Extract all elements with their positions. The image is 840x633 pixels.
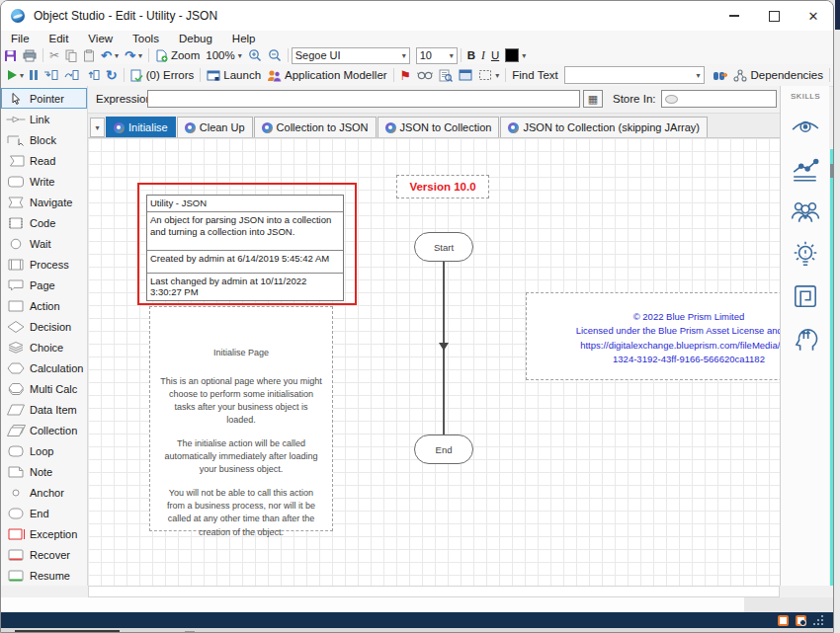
zoom-level-dropdown[interactable]: 100% ▾: [203, 46, 244, 64]
canvas-vertical-scrollbar[interactable]: [830, 149, 833, 586]
menu-help[interactable]: Help: [222, 33, 266, 44]
license-note[interactable]: © 2022 Blue Prism Limited Licensed under…: [526, 292, 780, 380]
vertical-scrollbar-thumb[interactable]: [830, 164, 833, 178]
toolbox-item-anchor[interactable]: Anchor: [1, 482, 87, 503]
title-bar[interactable]: Object Studio - Edit - Utility - JSON ✕: [1, 1, 833, 31]
expression-input[interactable]: [147, 90, 580, 108]
breakpoint-button[interactable]: ⚑: [397, 64, 415, 86]
tab-json-to-collection-skipping-jarray[interactable]: JSON to Collection (skipping JArray): [500, 117, 708, 137]
toolbox-item-wait[interactable]: Wait: [1, 233, 87, 254]
tab-list-dropdown[interactable]: ▾: [90, 118, 105, 137]
toolbox-item-collection[interactable]: Collection: [1, 420, 87, 440]
menu-edit[interactable]: Edit: [40, 33, 79, 44]
toolbox-item-end[interactable]: End: [1, 503, 87, 523]
toolbox-item-navigate[interactable]: Navigate: [1, 192, 87, 212]
redo-button[interactable]: ↷▾: [122, 46, 145, 64]
application-modeller-button[interactable]: Application Modeller: [264, 64, 390, 86]
step-out-button[interactable]: [82, 64, 103, 86]
toolbox-item-decision[interactable]: Decision: [1, 316, 87, 337]
pause-button[interactable]: [27, 64, 41, 86]
cut-button[interactable]: ✂: [46, 46, 62, 64]
toolbox-item-multi-calc[interactable]: Multi Calc: [1, 378, 87, 399]
object-info-box[interactable]: Utility - JSON An object for parsing JSO…: [146, 195, 344, 301]
toolbox-item-data-item[interactable]: Data Item: [1, 399, 87, 420]
tray-document-search-icon[interactable]: [796, 615, 806, 626]
close-button[interactable]: ✕: [794, 1, 833, 31]
learning-skill-icon[interactable]: [791, 281, 820, 311]
toolbox-item-calculation[interactable]: Calculation: [1, 357, 87, 378]
expression-builder-button[interactable]: ▦: [583, 90, 603, 108]
window-title: Object Studio - Edit - Utility - JSON: [34, 9, 217, 23]
copy-button[interactable]: [62, 46, 80, 64]
toolbox-item-code[interactable]: Code: [1, 212, 87, 233]
toolbox-item-block[interactable]: Block: [1, 129, 87, 150]
step-in-button[interactable]: [41, 64, 61, 86]
toolbox-item-process[interactable]: Process: [1, 254, 87, 275]
search-page-button[interactable]: [436, 64, 456, 86]
version-note[interactable]: Version 10.0: [396, 175, 489, 198]
tab-collection-to-json[interactable]: Collection to JSON: [254, 117, 377, 137]
font-size-dropdown[interactable]: 10 ▾: [416, 47, 458, 64]
watch-button[interactable]: [414, 64, 436, 86]
collaboration-skill-icon[interactable]: [791, 197, 820, 226]
italic-button[interactable]: I: [478, 46, 488, 64]
toolbox-item-exception[interactable]: Exception: [1, 523, 87, 544]
menu-debug[interactable]: Debug: [169, 33, 222, 44]
tab-json-to-collection[interactable]: JSON to Collection: [378, 117, 500, 137]
toolbox-item-resume[interactable]: Resume: [1, 565, 87, 586]
flow-canvas[interactable]: Utility - JSON An object for parsing JSO…: [88, 137, 780, 586]
knowledge-insight-skill-icon[interactable]: [791, 323, 820, 353]
paste-button[interactable]: [80, 46, 98, 64]
canvas-horizontal-scrollbar[interactable]: [88, 586, 780, 597]
errors-button[interactable]: (0) Errors: [127, 64, 198, 86]
start-node[interactable]: Start: [414, 232, 473, 262]
bottom-strip: [1, 628, 833, 633]
initialise-page-note[interactable]: Initialise Page This is an optional page…: [149, 306, 333, 531]
run-button[interactable]: ▾: [1, 64, 27, 86]
launch-button[interactable]: Launch: [204, 64, 264, 86]
toolbox-item-loop[interactable]: Loop: [1, 440, 87, 461]
toolbox-item-note[interactable]: Note: [1, 461, 87, 482]
tab-clean-up[interactable]: Clean Up: [177, 117, 253, 137]
frame-view-button[interactable]: [456, 64, 475, 86]
license-line: 1324-3192-43ff-9166-566620ca1182: [527, 353, 780, 366]
menu-tools[interactable]: Tools: [123, 33, 169, 44]
menu-file[interactable]: File: [1, 33, 40, 44]
toolbox-item-choice[interactable]: Choice: [1, 337, 87, 357]
store-in-input[interactable]: [661, 90, 777, 108]
tab-initialise[interactable]: Initialise: [106, 117, 176, 137]
bold-button[interactable]: B: [464, 46, 478, 64]
zoom-in-button[interactable]: [245, 46, 265, 64]
print-button[interactable]: [20, 46, 40, 64]
dependencies-button[interactable]: Dependencies: [730, 64, 826, 86]
tray-document-icon[interactable]: [778, 615, 789, 626]
end-node[interactable]: End: [414, 435, 473, 464]
selection-mode-button[interactable]: ▾: [475, 64, 502, 86]
maximize-button[interactable]: [754, 1, 794, 31]
reset-icon: ↻: [106, 68, 118, 82]
visual-perception-skill-icon[interactable]: [791, 114, 820, 143]
reset-button[interactable]: ↻: [103, 64, 121, 86]
toolbox-item-recover[interactable]: Recover: [1, 544, 87, 565]
font-color-button[interactable]: ▾: [502, 46, 529, 64]
toolbox-item-pointer[interactable]: Pointer: [1, 88, 87, 109]
minimize-button[interactable]: [714, 1, 754, 31]
underline-button[interactable]: U: [488, 46, 502, 64]
step-over-button[interactable]: [61, 64, 82, 86]
toolbox-item-write[interactable]: Write: [1, 171, 87, 192]
resize-grip-icon[interactable]: [813, 615, 823, 625]
find-text-input[interactable]: ▾: [564, 66, 706, 84]
save-button[interactable]: [1, 46, 20, 64]
toolbox-item-read[interactable]: Read: [1, 150, 87, 171]
menu-view[interactable]: View: [78, 33, 123, 44]
problem-solving-skill-icon[interactable]: [791, 239, 820, 269]
toolbox-item-action[interactable]: Action: [1, 295, 87, 316]
undo-button[interactable]: ↶▾: [98, 46, 122, 64]
font-family-dropdown[interactable]: Segoe UI ▾: [292, 47, 410, 64]
find-next-button[interactable]: [710, 64, 730, 86]
planning-sequencing-skill-icon[interactable]: [791, 155, 820, 185]
zoom-out-button[interactable]: [265, 46, 285, 64]
toolbox-item-page[interactable]: Page: [1, 275, 87, 295]
zoom-page-button[interactable]: Zoom: [152, 46, 203, 64]
toolbox-item-link[interactable]: Link: [1, 109, 87, 129]
